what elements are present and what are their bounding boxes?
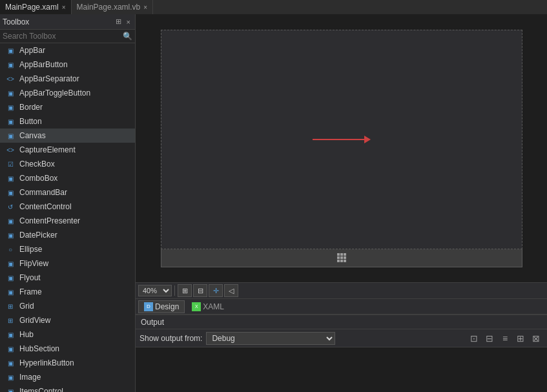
nav-btn[interactable]: ◁ xyxy=(224,284,238,297)
item-label: Button xyxy=(19,117,42,126)
pin-icon[interactable]: ⊞ xyxy=(114,17,123,26)
toolbox-item[interactable]: ↺ ContentControl xyxy=(0,200,135,214)
toolbox-item[interactable]: ▣ HubSection xyxy=(0,342,135,356)
output-title: Output xyxy=(141,318,164,327)
toolbox-item[interactable]: ▣ Canvas xyxy=(0,129,135,143)
item-label: ContentPresenter xyxy=(19,216,80,225)
toolbox-item[interactable]: ▣ FlipView xyxy=(0,256,135,271)
toolbox-item[interactable]: ▣ CommandBar xyxy=(0,185,135,200)
crosshair-btn[interactable]: ✛ xyxy=(209,284,223,297)
item-label: Ellipse xyxy=(19,245,42,254)
toolbox-item[interactable]: ▣ AppBarToggleButton xyxy=(0,86,135,100)
item-icon-hub: ▣ xyxy=(5,329,15,340)
item-icon-image: ▣ xyxy=(5,372,15,382)
tab-xaml[interactable]: X XAML xyxy=(186,300,230,313)
tab-design[interactable]: D Design xyxy=(138,300,185,313)
toolbox-item[interactable]: ▣ ContentPresenter xyxy=(0,214,135,228)
toolbox-item[interactable]: ▣ Flyout xyxy=(0,271,135,285)
arrow-line xyxy=(313,139,364,140)
output-settings-btn[interactable]: ⊞ xyxy=(513,332,528,345)
search-icon: 🔍 xyxy=(123,32,132,41)
main-row: Toolbox ⊞ × 🔍 ▣ AppBar ▣ AppBarButton <>… xyxy=(0,14,547,392)
item-icon-border: ▣ xyxy=(5,102,15,112)
canvas-grid-icon xyxy=(337,253,346,262)
toolbox-item[interactable]: ▣ HyperlinkButton xyxy=(0,356,135,370)
output-content xyxy=(136,347,547,392)
item-icon-contentpresenter: ▣ xyxy=(5,216,15,226)
item-icon-contentcontrol: ↺ xyxy=(5,201,15,212)
zoom-select[interactable]: 40% 25% 50% 100% xyxy=(138,285,172,296)
item-label: GridView xyxy=(19,316,50,325)
toolbox-item[interactable]: ○ Ellipse xyxy=(0,242,135,256)
toolbox-items-list: ▣ AppBar ▣ AppBarButton <> AppBarSeparat… xyxy=(0,43,135,392)
canvas-area: 40% 25% 50% 100% ⊞ ⊟ ✛ ◁ D Design X XAML xyxy=(136,14,547,392)
canvas-bottom-bar xyxy=(161,249,522,267)
item-label: AppBarSeparator xyxy=(19,74,79,83)
snap-btn[interactable]: ⊟ xyxy=(193,284,207,297)
tab-mainpage-xaml-vb[interactable]: MainPage.xaml.vb × xyxy=(72,0,154,14)
output-panel: Output Show output from: Debug Build Gen… xyxy=(136,315,547,392)
toolbox-item[interactable]: ⊞ GridView xyxy=(0,313,135,327)
item-icon-frame: ▣ xyxy=(5,287,15,297)
item-label: AppBar xyxy=(19,46,45,55)
grid-toggle-btn[interactable]: ⊞ xyxy=(178,284,192,297)
item-label: HyperlinkButton xyxy=(19,358,74,367)
item-label: HubSection xyxy=(19,344,59,353)
toolbox-item[interactable]: ▣ Border xyxy=(0,100,135,114)
item-label: DatePicker xyxy=(19,231,57,240)
toolbox-item[interactable]: ▣ ItemsControl xyxy=(0,384,135,392)
toolbox-item[interactable]: <> CaptureElement xyxy=(0,143,135,157)
item-icon-checkbox: ☑ xyxy=(5,159,15,169)
design-viewport xyxy=(136,14,547,282)
toolbox-item[interactable]: ▣ Image xyxy=(0,370,135,384)
item-label: CommandBar xyxy=(19,188,67,197)
item-icon-appbarseparator: <> xyxy=(5,74,15,84)
item-icon-appbar: ▣ xyxy=(5,45,15,56)
item-label: CheckBox xyxy=(19,160,55,169)
close-icon[interactable]: × xyxy=(125,17,132,26)
item-icon-itemscontrol: ▣ xyxy=(5,386,15,392)
search-input[interactable] xyxy=(3,32,120,41)
toolbox-item[interactable]: ▣ DatePicker xyxy=(0,228,135,242)
tab-mainpage-xaml[interactable]: MainPage.xaml × xyxy=(0,0,72,14)
design-tab-icon: D xyxy=(144,302,153,311)
item-icon-gridview: ⊞ xyxy=(5,315,15,325)
item-icon-commandbar: ▣ xyxy=(5,187,15,198)
item-icon-hyperlinkbutton: ▣ xyxy=(5,358,15,368)
toolbox-item[interactable]: ⊞ Grid xyxy=(0,299,135,313)
output-copy-btn[interactable]: ⊟ xyxy=(482,332,497,345)
tab-bar: MainPage.xaml × MainPage.xaml.vb × xyxy=(0,0,547,14)
item-label: CaptureElement xyxy=(19,145,76,154)
tab-close-icon[interactable]: × xyxy=(62,4,66,11)
toolbox-header-icons: ⊞ × xyxy=(114,17,132,26)
toolbox-item[interactable]: ▣ Frame xyxy=(0,285,135,299)
xaml-tab-icon: X xyxy=(192,302,201,311)
output-clear-btn[interactable]: ⊡ xyxy=(467,332,481,345)
design-canvas[interactable] xyxy=(161,30,522,249)
toolbox-item[interactable]: ▣ ComboBox xyxy=(0,171,135,185)
toolbox-item[interactable]: ▣ Button xyxy=(0,114,135,129)
toolbox-title: Toolbox xyxy=(3,17,29,26)
drag-arrow xyxy=(313,136,371,143)
tab-close-icon[interactable]: × xyxy=(143,4,147,11)
item-label: AppBarButton xyxy=(19,60,68,69)
toolbox-item[interactable]: ▣ AppBarButton xyxy=(0,57,135,72)
output-wrap-btn[interactable]: ≡ xyxy=(498,332,512,345)
output-header: Output xyxy=(136,315,547,329)
item-label: Border xyxy=(19,103,43,112)
item-icon-grid: ⊞ xyxy=(5,301,15,311)
tab-label: MainPage.xaml.vb xyxy=(77,3,141,12)
output-source-select[interactable]: Debug Build General Package Manager xyxy=(206,332,335,345)
arrow-head xyxy=(364,136,371,143)
output-toolbar: Show output from: Debug Build General Pa… xyxy=(136,329,547,347)
toolbox-item[interactable]: ▣ Hub xyxy=(0,327,135,342)
toolbox-item[interactable]: ▣ AppBar xyxy=(0,43,135,57)
item-icon-flyout: ▣ xyxy=(5,273,15,283)
item-label: ContentControl xyxy=(19,202,72,211)
design-tab-label: Design xyxy=(155,302,179,311)
toolbox-item[interactable]: <> AppBarSeparator xyxy=(0,72,135,86)
item-icon-appbartogglebutton: ▣ xyxy=(5,88,15,98)
toolbox-item[interactable]: ☑ CheckBox xyxy=(0,157,135,171)
item-label: Hub xyxy=(19,330,34,339)
output-pin-btn[interactable]: ⊠ xyxy=(529,332,543,345)
